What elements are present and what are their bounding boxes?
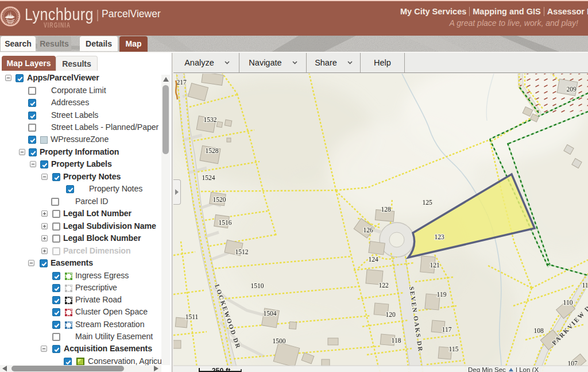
svg-text:110: 110	[563, 299, 573, 306]
svg-text:124: 124	[368, 256, 378, 263]
svg-text:115: 115	[449, 346, 459, 352]
svg-text:128: 128	[381, 206, 391, 213]
svg-text:217: 217	[176, 79, 187, 86]
svg-text:1532: 1532	[204, 116, 217, 123]
svg-text:119: 119	[437, 291, 447, 298]
svg-text:1524: 1524	[202, 174, 215, 181]
svg-text:125: 125	[422, 199, 432, 206]
svg-text:1528: 1528	[206, 147, 219, 154]
svg-text:1516: 1516	[219, 219, 232, 226]
svg-text:1500: 1500	[273, 338, 286, 344]
svg-text:1520: 1520	[213, 196, 226, 203]
svg-text:117: 117	[442, 326, 452, 333]
svg-text:121: 121	[430, 262, 440, 269]
svg-text:120: 120	[385, 311, 396, 318]
svg-text:1510: 1510	[251, 282, 264, 289]
svg-text:Deg Min Sec: Deg Min Sec	[468, 366, 506, 372]
svg-text:250 ft: 250 ft	[212, 367, 231, 372]
svg-text:123: 123	[434, 233, 444, 240]
svg-text:1512: 1512	[235, 248, 249, 255]
svg-text:118: 118	[392, 337, 401, 344]
svg-text:122: 122	[378, 282, 389, 289]
svg-text:108: 108	[533, 327, 544, 334]
svg-text:209: 209	[566, 86, 577, 93]
svg-text:1511: 1511	[185, 313, 199, 320]
svg-text:126: 126	[363, 227, 373, 233]
svg-text:1504: 1504	[264, 310, 277, 317]
svg-text:| Lon (X: | Lon (X	[516, 366, 539, 372]
svg-text:11: 11	[582, 282, 588, 289]
